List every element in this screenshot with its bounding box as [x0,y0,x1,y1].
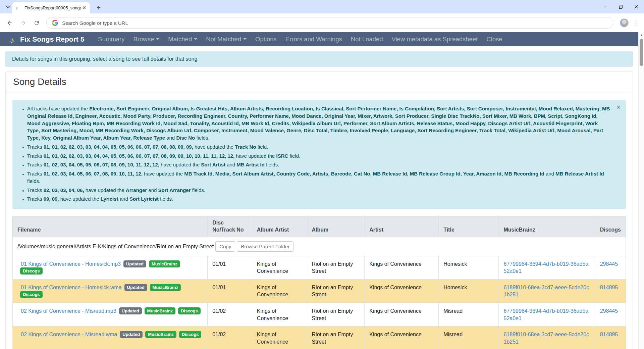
cell-filename: 01 Kings of Convenience - Homesick.wmaUp… [13,279,208,303]
musicbrainz-link[interactable]: 6189f010-68ea-3cd7-aeee-5cde20c1b251 [503,332,589,345]
column-header-filename: Filename [13,216,208,237]
nav-browse[interactable]: Browse [129,36,164,43]
cell-disc-track: 01/01 [208,256,252,279]
badge-updated: Updated [124,284,147,291]
field-names: 01, 01, 02, 02, 03, 03, 04, 04, 05, 05, … [44,144,193,150]
cell-disc-track: 01/01 [208,279,252,303]
alert-close-icon[interactable]: × [616,102,621,112]
tab-close-icon[interactable]: ✕ [81,5,87,11]
scrollbar[interactable]: ▲ [638,32,644,349]
back-button[interactable] [4,17,15,29]
field-names: 01, 01, 02, 02, 03, 03, 04, 04, 05, 05, … [44,153,235,159]
app-title: Fix Songs Report 5 [20,35,84,43]
tab-search-chevron-icon[interactable] [3,3,12,11]
summary-text: fields. [265,162,279,167]
filename-link[interactable]: 02 Kings of Convenience - Misread.mp3 [17,308,116,314]
app-brand[interactable]: ♪♪ Fix Songs Report 5 [9,34,84,44]
nav-label: Browse [133,36,154,43]
nav-not-loaded[interactable]: Not Loaded [346,36,387,43]
update-summary-item: Tracks 02, 03, 03, 04, 06, have updated … [27,187,610,194]
restore-button[interactable] [613,0,629,13]
reload-button[interactable] [31,17,42,29]
musicbrainz-link[interactable]: 6189f010-68ea-3cd7-aeee-5cde20c1b251 [503,285,589,298]
copy-button[interactable]: Copy [215,241,235,252]
cell-album-artist: Kings of Convenience [252,279,307,303]
table-row: 02 Kings of Convenience - Misread.wmaUpd… [13,327,626,349]
update-summary-item: Tracks 01, 01, 02, 02, 03, 03, 04, 04, 0… [27,152,610,160]
cell-title: Homesick [439,256,499,279]
scrollbar-up-icon[interactable]: ▲ [639,32,644,38]
field-names: 09, 09, [44,196,59,202]
nav-item: Summary [94,36,129,43]
cell-album-artist: Kings of Convenience [252,327,307,349]
cell-musicbrainz: 67799984-3694-4d7b-b019-36ad5a52a0e1 [499,256,595,279]
scrollbar-thumb[interactable] [640,39,643,66]
musicbrainz-link[interactable]: 67799984-3694-4d7b-b019-36ad5a52a0e1 [503,308,588,321]
cell-artist: Kings of Convenience [365,327,439,349]
cell-title: Misread [439,303,499,326]
cell-artist: Kings of Convenience [365,256,439,279]
field-names: 01, 02, 03, 04, 05, 06, 07, 08, 09, 10, … [44,171,143,177]
address-bar[interactable]: Search Google or type a URL [46,17,613,29]
badge-discogs: Discogs [179,331,202,338]
discogs-link[interactable]: 298445 [600,261,618,267]
badge-updated: Updated [119,307,142,314]
field-names: Sort Lyricist [129,196,159,202]
minimize-button[interactable] [598,0,613,13]
summary-text: have updated the [143,171,184,177]
cell-disc-track: 01/02 [208,303,252,326]
music-note-logo-icon: ♪♪ [9,34,18,44]
discogs-link[interactable]: 298445 [600,308,618,314]
forward-button[interactable] [17,17,29,29]
summary-text: and [544,171,555,177]
badge-musicbrainz: MusicBrainz [145,331,176,338]
update-summary-alert: All tracks have updated the Electronic, … [12,100,626,209]
browser-menu-icon[interactable]: ⋮ [632,19,640,27]
cell-discogs: 814895 [595,279,626,303]
nav-summary[interactable]: Summary [94,36,129,43]
update-summary-item: All tracks have updated the Electronic, … [27,105,610,142]
page-content: ♪♪ Fix Songs Report 5 SummaryBrowseMatch… [0,32,638,349]
update-summary-item: Tracks 09, 09, have updated the Lyricist… [27,195,610,203]
summary-text: Tracks [27,171,44,177]
nav-label: Summary [98,36,124,43]
close-button[interactable] [629,0,644,13]
nav-item: Not Loaded [346,36,387,43]
cell-filename: 02 Kings of Convenience - Misread.wmaUpd… [13,327,208,349]
discogs-link[interactable]: 814895 [600,285,618,290]
update-summary-item: Tracks 01, 02, 03, 04, 05, 05, 06, 07, 0… [27,161,610,168]
field-names: Sort Artist [201,162,225,167]
filename-link[interactable]: 01 Kings of Convenience - Homesick.wma [17,285,122,290]
musicbrainz-link[interactable]: 67799984-3694-4d7b-b019-36ad5a52a0e1 [503,261,588,274]
browser-tab[interactable]: ♪ ♪ FixSongsReport00005_songdeta ✕ [12,2,90,13]
badge-musicbrainz: MusicBrainz [149,260,180,267]
summary-text: and [225,162,236,167]
nav-options[interactable]: Options [251,36,281,43]
update-summary-item: Tracks 01, 02, 03, 04, 05, 06, 07, 08, 0… [27,170,610,185]
column-header-discogs: Discogs [595,216,626,237]
nav-not-matched[interactable]: Not Matched [202,36,251,43]
new-tab-button[interactable]: + [94,3,103,12]
field-names: Sort Arranger [158,187,191,193]
table-row: 01 Kings of Convenience - Homesick.wmaUp… [13,279,626,303]
nav-errors-and-warnings[interactable]: Errors and Warnings [281,36,346,43]
profile-avatar[interactable] [620,18,629,27]
filename-link[interactable]: 01 Kings of Convenience - Homesick.mp3 [17,261,121,267]
nav-close[interactable]: Close [482,36,506,43]
nav-item: Not Matched [202,36,251,43]
browse-parent-folder-button[interactable]: Browse Parent Folder [237,241,293,252]
cell-artist: Kings of Convenience [365,279,439,303]
app-navbar: ♪♪ Fix Songs Report 5 SummaryBrowseMatch… [0,32,638,46]
summary-text: fields. [191,187,205,193]
nav-matched[interactable]: Matched [164,36,202,43]
discogs-link[interactable]: 814895 [600,332,618,337]
window-controls [598,0,644,13]
filename-link[interactable]: 02 Kings of Convenience - Misread.wma [17,332,117,337]
nav-label: Close [486,36,502,43]
field-names: Disc No [176,135,195,141]
nav-label: Matched [168,36,192,43]
field-names: MB Artist Id [236,162,265,167]
nav-item: View metadata as Spreadsheet [387,36,482,43]
nav-view-metadata-as-spreadsheet[interactable]: View metadata as Spreadsheet [387,36,482,43]
summary-text: have updated the [59,196,101,202]
